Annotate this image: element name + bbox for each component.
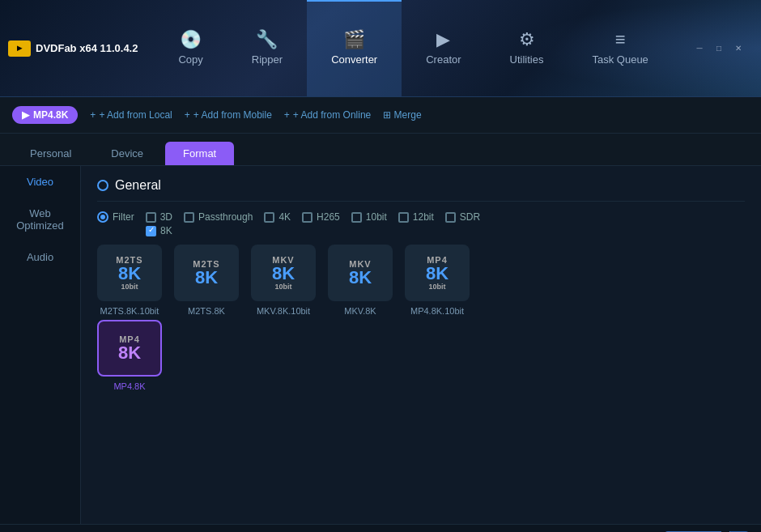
add-online-button[interactable]: + + Add from Online bbox=[284, 109, 371, 121]
bottom-bar: Save to: 📁 D:\Documents\DVDFab11\ ▼ 📂 🌐 … bbox=[0, 524, 761, 532]
add-online-icon: + bbox=[284, 109, 290, 121]
card-icon-mkv-8k: MKV 8K bbox=[328, 245, 393, 301]
checkbox-12bit: 12bit bbox=[398, 211, 434, 223]
window-controls: ─ □ ✕ bbox=[693, 42, 753, 55]
format-card-m2ts-8k-10bit[interactable]: M2TS 8K 10bit M2TS.8K.10bit bbox=[97, 245, 162, 316]
nav-creator-label: Creator bbox=[426, 53, 461, 66]
nav-creator[interactable]: ▶ Creator bbox=[402, 0, 485, 96]
tab-personal[interactable]: Personal bbox=[12, 142, 89, 165]
minimize-button[interactable]: ─ bbox=[693, 42, 706, 55]
checkbox-h265-label: H265 bbox=[317, 211, 340, 223]
filter-8k-row: 8K bbox=[146, 225, 745, 236]
add-local-icon: + bbox=[90, 109, 96, 121]
filter-radio[interactable] bbox=[97, 211, 108, 223]
toolbar: ▶ MP4.8K + + Add from Local + + Add from… bbox=[0, 97, 761, 134]
add-local-button[interactable]: + + Add from Local bbox=[90, 109, 172, 121]
add-mobile-label: + Add from Mobile bbox=[193, 109, 272, 121]
card-label-mkv-8k-10bit: MKV.8K.10bit bbox=[257, 306, 310, 316]
content-area: Video Web Optimized Audio General Filter… bbox=[0, 166, 761, 524]
checkbox-10bit-input[interactable] bbox=[351, 212, 362, 223]
merge-label: ⊞ Merge bbox=[383, 109, 421, 121]
checkbox-sdr-input[interactable] bbox=[445, 212, 456, 223]
sidebar-item-video[interactable]: Video bbox=[0, 166, 80, 198]
nav-copy[interactable]: 💿 Copy bbox=[154, 0, 227, 96]
checkbox-passthrough: Passthrough bbox=[184, 211, 253, 223]
format-card-m2ts-8k[interactable]: M2TS 8K M2TS.8K bbox=[174, 245, 239, 316]
add-local-label: + Add from Local bbox=[99, 109, 172, 121]
checkbox-8k-label: 8K bbox=[160, 225, 172, 236]
format-card-mkv-8k[interactable]: MKV 8K MKV.8K bbox=[328, 245, 393, 316]
copy-icon: 💿 bbox=[180, 31, 202, 49]
tab-device[interactable]: Device bbox=[93, 142, 161, 165]
play-icon: ▶ bbox=[22, 109, 29, 121]
checkbox-4k-input[interactable] bbox=[264, 212, 274, 223]
logo-icon: ▶ bbox=[8, 40, 31, 57]
add-mobile-icon: + bbox=[185, 109, 190, 121]
checkbox-3d-label: 3D bbox=[160, 211, 172, 223]
nav-ripper-label: Ripper bbox=[252, 53, 283, 66]
card-label-mp4-8k: MP4.8K bbox=[113, 381, 145, 391]
current-format-label: MP4.8K bbox=[33, 109, 68, 121]
checkbox-passthrough-input[interactable] bbox=[184, 212, 194, 223]
maximize-button[interactable]: □ bbox=[712, 42, 725, 55]
checkbox-4k-label: 4K bbox=[278, 211, 291, 223]
checkbox-12bit-label: 12bit bbox=[413, 211, 434, 223]
card-label-m2ts-8k: M2TS.8K bbox=[188, 306, 225, 316]
sidebar: Video Web Optimized Audio bbox=[0, 166, 81, 524]
add-mobile-button[interactable]: + + Add from Mobile bbox=[185, 109, 272, 121]
merge-button[interactable]: ⊞ Merge bbox=[383, 109, 421, 121]
main-panel: General Filter 3D Passthrough 4K bbox=[81, 166, 761, 524]
nav-utilities[interactable]: ⚙ Utilities bbox=[486, 0, 568, 96]
nav-copy-label: Copy bbox=[178, 53, 202, 66]
general-row: General bbox=[97, 178, 745, 193]
current-format-badge[interactable]: ▶ MP4.8K bbox=[12, 106, 78, 124]
sidebar-item-audio[interactable]: Audio bbox=[0, 241, 80, 273]
app-title: DVDFab x64 11.0.4.2 bbox=[36, 42, 138, 54]
checkbox-sdr: SDR bbox=[445, 211, 480, 223]
format-cards-grid-row2: MP4 8K MP4.8K bbox=[97, 320, 745, 391]
tab-format[interactable]: Format bbox=[165, 142, 234, 165]
header: ▶ DVDFab x64 11.0.4.2 💿 Copy 🔧 Ripper 🎬 … bbox=[0, 0, 761, 97]
filter-row: Filter 3D Passthrough 4K H265 10bit bbox=[97, 211, 745, 223]
checkbox-8k-input[interactable] bbox=[146, 226, 156, 236]
format-card-mkv-8k-10bit[interactable]: MKV 8K 10bit MKV.8K.10bit bbox=[251, 245, 316, 316]
checkbox-3d-input[interactable] bbox=[146, 212, 156, 223]
nav-task-queue-label: Task Queue bbox=[592, 53, 648, 66]
card-icon-m2ts-8k-10bit: M2TS 8K 10bit bbox=[97, 245, 162, 301]
filter-radio-group: Filter bbox=[97, 211, 134, 223]
filter-label: Filter bbox=[113, 211, 134, 223]
ripper-icon: 🔧 bbox=[256, 31, 278, 49]
nav-task-queue[interactable]: ≡ Task Queue bbox=[568, 0, 672, 96]
nav-ripper[interactable]: 🔧 Ripper bbox=[227, 0, 307, 96]
card-icon-mp4-8k-10bit: MP4 8K 10bit bbox=[405, 245, 470, 301]
task-queue-icon: ≡ bbox=[615, 31, 626, 49]
checkbox-10bit: 10bit bbox=[351, 211, 387, 223]
converter-icon: 🎬 bbox=[343, 31, 365, 49]
close-button[interactable]: ✕ bbox=[732, 42, 745, 55]
card-label-mkv-8k: MKV.8K bbox=[344, 306, 376, 316]
nav-utilities-label: Utilities bbox=[510, 53, 544, 66]
creator-icon: ▶ bbox=[436, 31, 450, 49]
nav-bar: 💿 Copy 🔧 Ripper 🎬 Converter ▶ Creator ⚙ … bbox=[154, 0, 693, 96]
checkbox-3d: 3D bbox=[146, 211, 172, 223]
app-logo: ▶ DVDFab x64 11.0.4.2 bbox=[8, 40, 138, 57]
format-card-mp4-8k-10bit[interactable]: MP4 8K 10bit MP4.8K.10bit bbox=[405, 245, 470, 316]
card-icon-m2ts-8k: M2TS 8K bbox=[174, 245, 239, 301]
checkbox-12bit-input[interactable] bbox=[398, 212, 409, 223]
format-card-mp4-8k[interactable]: MP4 8K MP4.8K bbox=[97, 320, 162, 391]
general-radio[interactable] bbox=[97, 180, 108, 191]
nav-converter[interactable]: 🎬 Converter bbox=[307, 0, 402, 96]
checkbox-passthrough-label: Passthrough bbox=[198, 211, 253, 223]
checkbox-10bit-label: 10bit bbox=[366, 211, 387, 223]
checkbox-sdr-label: SDR bbox=[460, 211, 480, 223]
checkbox-h265: H265 bbox=[302, 211, 340, 223]
format-cards-grid: M2TS 8K 10bit M2TS.8K.10bit M2TS 8K M2TS… bbox=[97, 245, 745, 316]
sidebar-item-web-optimized[interactable]: Web Optimized bbox=[0, 198, 80, 241]
checkbox-h265-input[interactable] bbox=[302, 212, 312, 223]
add-online-label: + Add from Online bbox=[293, 109, 371, 121]
card-icon-mp4-8k: MP4 8K bbox=[97, 320, 162, 377]
card-label-m2ts-8k-10bit: M2TS.8K.10bit bbox=[100, 306, 159, 316]
divider bbox=[97, 201, 745, 202]
checkbox-8k: 8K bbox=[146, 225, 172, 236]
general-label: General bbox=[115, 178, 161, 193]
